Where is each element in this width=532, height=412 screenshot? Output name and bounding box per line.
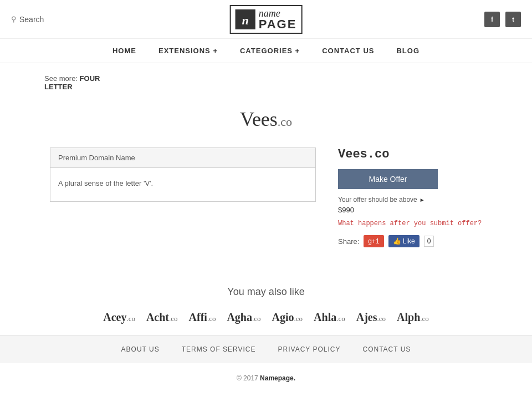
domain-cards: Acey.coAcht.coAffi.coAgha.coAgio.coAhla.… [0, 311, 532, 324]
card-domain-ext: .co [126, 314, 135, 323]
nav-item-contact[interactable]: CONTACT US [322, 47, 374, 55]
domain-name-right: Vees.co [338, 147, 482, 161]
domain-ext: .co [278, 115, 292, 129]
card-domain-name: Ahla [314, 311, 336, 323]
breadcrumb-four-text[interactable]: FOUR [80, 74, 100, 83]
also-like-title: You may also like [0, 286, 532, 298]
card-domain-name: Alph [397, 311, 420, 323]
nav-item-extensions[interactable]: EXTENSIONS + [158, 47, 218, 55]
svg-text:t: t [512, 16, 514, 23]
offer-note: Your offer should be above ► [338, 196, 482, 204]
footer-link[interactable]: PRIVACY POLICY [278, 345, 341, 353]
card-domain-ext: .co [420, 314, 429, 323]
svg-text:n: n [242, 13, 249, 27]
card-domain-name: Ajes [356, 311, 377, 323]
logo-icon: n [236, 9, 255, 29]
social-links: f t [484, 12, 521, 27]
main-content: Vees.co Premium Domain Name A plural sen… [39, 96, 493, 269]
header: ⚲ Search n name PAGE f t [0, 0, 532, 39]
facebook-like-button[interactable]: 👍 Like [388, 235, 420, 247]
domain-name: Vees [240, 108, 278, 130]
domain-card[interactable]: Affi.co [189, 311, 216, 324]
domain-card[interactable]: Agha.co [227, 311, 260, 324]
nav-item-categories[interactable]: CATEGORIES + [240, 47, 300, 55]
right-panel: Vees.co Make Offer Your offer should be … [338, 147, 482, 247]
what-happens-link[interactable]: What happens after you submit offer? [338, 220, 482, 227]
footer-link[interactable]: CONTACT US [362, 345, 411, 353]
share-row: Share: g+1 👍 Like 0 [338, 235, 482, 247]
footer-brand[interactable]: Namepage. [260, 374, 295, 382]
breadcrumb-letter[interactable]: LETTER [44, 83, 73, 91]
main-nav: HOME EXTENSIONS + CATEGORIES + CONTACT U… [0, 39, 532, 63]
card-domain-name: Affi [189, 311, 207, 323]
card-domain-ext: .co [336, 314, 345, 323]
card-domain-name: Acht [146, 311, 169, 323]
make-offer-button[interactable]: Make Offer [338, 169, 438, 189]
card-domain-ext: .co [207, 314, 216, 323]
domain-info-box: Premium Domain Name A plural sense of th… [50, 147, 316, 202]
domain-card[interactable]: Alph.co [397, 311, 429, 324]
svg-text:f: f [491, 16, 494, 23]
footer: ABOUT USTERMS OF SERVICEPRIVACY POLICYCO… [0, 335, 532, 393]
share-label: Share: [338, 237, 359, 246]
domain-info-body: A plural sense of the letter 'V'. [50, 168, 315, 201]
footer-bottom: © 2017 Namepage. [0, 363, 532, 393]
nav-item-blog[interactable]: BLOG [396, 47, 420, 55]
copyright: © 2017 [237, 374, 258, 382]
search-icon: ⚲ [11, 15, 17, 23]
card-domain-ext: .co [252, 314, 261, 323]
domain-card[interactable]: Acht.co [146, 311, 178, 324]
logo[interactable]: n name PAGE [230, 5, 303, 34]
card-domain-ext: .co [294, 314, 303, 323]
domain-card[interactable]: Acey.co [103, 311, 135, 324]
domain-info-header: Premium Domain Name [50, 148, 315, 168]
arrow-icon: ► [420, 197, 425, 203]
card-domain-ext: .co [377, 314, 386, 323]
card-domain-name: Agha [227, 311, 252, 323]
fb-thumb-icon: 👍 [393, 237, 401, 245]
card-domain-name: Acey [103, 311, 126, 323]
footer-link[interactable]: ABOUT US [121, 345, 160, 353]
domain-card[interactable]: Ajes.co [356, 311, 386, 324]
also-like-section: You may also like Acey.coAcht.coAffi.coA… [0, 269, 532, 335]
footer-link[interactable]: TERMS OF SERVICE [182, 345, 256, 353]
left-panel: Premium Domain Name A plural sense of th… [50, 147, 316, 202]
logo-text: name PAGE [259, 8, 297, 30]
breadcrumb-prefix: See more: [44, 74, 78, 83]
offer-amount: $990 [338, 206, 482, 214]
search-label: Search [19, 15, 44, 24]
breadcrumb: See more: FOUR LETTER [0, 63, 532, 96]
gplus-button[interactable]: g+1 [364, 235, 383, 247]
logo-page: PAGE [259, 18, 297, 30]
card-domain-ext: .co [169, 314, 178, 323]
nav-item-home[interactable]: HOME [112, 47, 136, 55]
card-domain-name: Agio [272, 311, 294, 323]
domain-card[interactable]: Ahla.co [314, 311, 345, 324]
domain-card[interactable]: Agio.co [272, 311, 303, 324]
domain-title: Vees.co [50, 108, 482, 131]
content-area: Premium Domain Name A plural sense of th… [50, 147, 482, 247]
twitter-icon[interactable]: t [505, 12, 521, 27]
search-button[interactable]: ⚲ Search [11, 15, 44, 24]
footer-links: ABOUT USTERMS OF SERVICEPRIVACY POLICYCO… [0, 335, 532, 363]
fb-count: 0 [424, 236, 434, 247]
facebook-icon[interactable]: f [484, 12, 500, 27]
